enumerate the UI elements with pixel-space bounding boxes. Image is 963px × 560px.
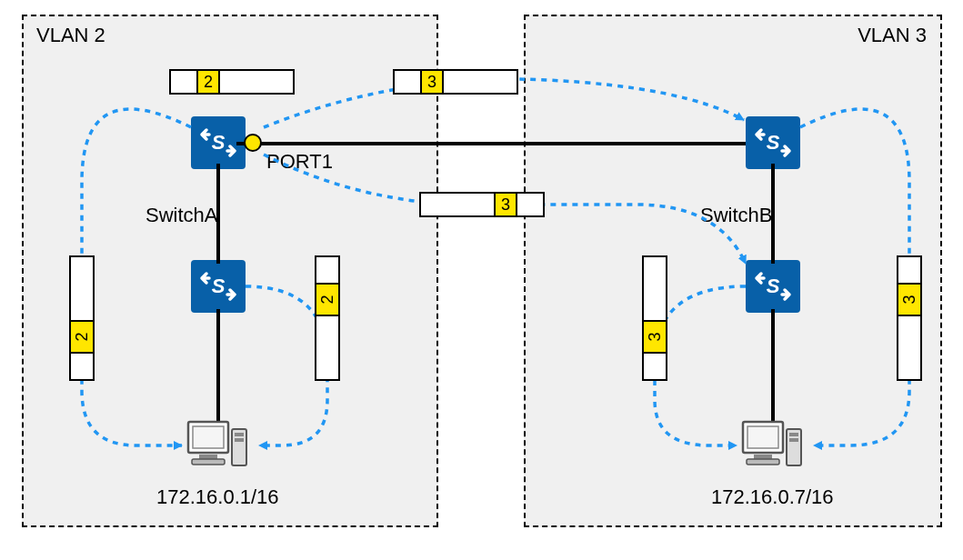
switcha-host-link	[216, 309, 220, 427]
frame-tag-value: 3	[899, 295, 918, 304]
frame-tag-value: 2	[317, 295, 336, 304]
frame-tag-value: 3	[501, 195, 510, 215]
frame-tag-top-left: 2	[169, 69, 295, 95]
frame-tag-right-outer: 3	[897, 255, 922, 381]
svg-rect-7	[192, 459, 225, 465]
switch-b-top-icon: S	[746, 116, 800, 169]
vlan3-box	[524, 15, 942, 527]
frame-tag-top-right: 3	[393, 69, 518, 95]
host-left-ip: 172.16.0.1/16	[156, 485, 279, 509]
svg-text:S: S	[212, 275, 226, 297]
switch-b-bottom-icon: S	[746, 260, 800, 313]
svg-rect-14	[747, 459, 779, 465]
port1-dot-icon	[244, 134, 262, 152]
host-right-ip: 172.16.0.7/16	[711, 485, 834, 509]
switchb-stack-link	[771, 164, 775, 264]
frame-tag-value: 3	[645, 332, 664, 341]
frame-tag-value: 2	[204, 73, 213, 92]
svg-rect-10	[235, 438, 244, 442]
switchb-host-link	[771, 309, 775, 427]
svg-rect-17	[789, 438, 798, 442]
switch-a-bottom-icon: S	[191, 260, 246, 313]
frame-tag-value: 2	[72, 332, 91, 341]
svg-rect-5	[193, 426, 224, 448]
svg-text:S: S	[212, 131, 226, 154]
trunk-link	[236, 142, 746, 145]
frame-tag-value: 3	[427, 73, 436, 92]
frame-tag-right-inner: 3	[642, 255, 667, 381]
svg-text:S: S	[767, 131, 780, 154]
host-left-icon	[186, 420, 250, 470]
svg-rect-9	[235, 433, 244, 436]
frame-tag-mid-right: 3	[419, 192, 545, 217]
switcha-stack-link	[216, 164, 220, 264]
switch-b-label: SwitchB	[700, 204, 772, 227]
vlan3-title: VLAN 3	[858, 24, 927, 47]
frame-tag-left-outer: 2	[69, 255, 95, 381]
host-right-icon	[741, 420, 805, 470]
frame-tag-left-inner: 2	[315, 255, 340, 381]
switch-a-label: SwitchA	[145, 204, 217, 227]
svg-text:S: S	[767, 275, 780, 297]
svg-rect-12	[747, 426, 778, 448]
vlan2-title: VLAN 2	[36, 24, 105, 47]
svg-rect-16	[789, 433, 798, 436]
port1-label: PORT1	[266, 150, 333, 174]
